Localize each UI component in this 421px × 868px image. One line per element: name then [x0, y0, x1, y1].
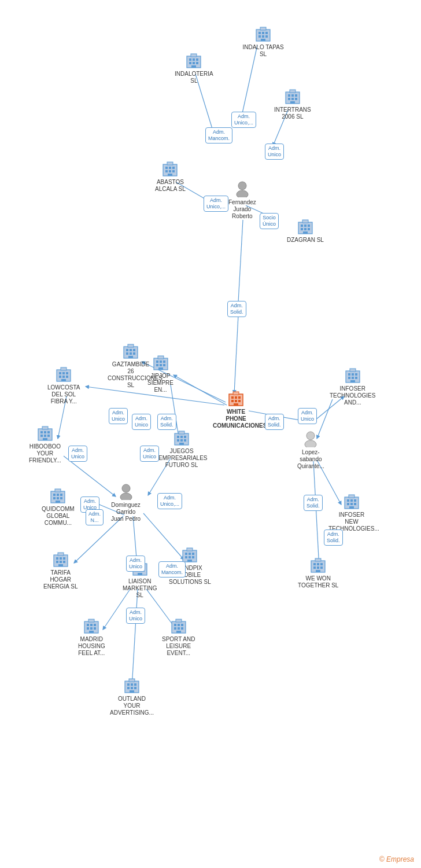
svg-rect-34: [260, 27, 266, 30]
building-icon-indaloteria: [184, 51, 203, 69]
svg-rect-69: [304, 228, 306, 230]
badge-adm-unico-12[interactable]: Adm.Unico: [126, 608, 145, 624]
svg-rect-30: [258, 35, 261, 38]
svg-rect-180: [181, 627, 183, 630]
svg-rect-129: [57, 494, 59, 496]
svg-rect-85: [133, 349, 135, 351]
svg-rect-220: [315, 558, 321, 561]
node-we-won[interactable]: WE WONTOGETHER SL: [298, 556, 338, 589]
node-fernandez[interactable]: FernandezJuradoRoberto: [228, 179, 256, 220]
badge-adm-solid-5[interactable]: Adm.Solid.: [324, 529, 343, 546]
node-infoser-tech[interactable]: INFOSERTECHNOLOGIESAND...: [330, 366, 375, 406]
svg-rect-217: [317, 567, 319, 569]
node-label-infoser-tech: INFOSERTECHNOLOGIESAND...: [330, 385, 375, 406]
badge-adm-n[interactable]: Adm.N...: [86, 509, 104, 525]
svg-rect-140: [60, 557, 62, 560]
svg-rect-134: [56, 501, 60, 503]
svg-rect-191: [129, 679, 135, 682]
badge-adm-unico-6[interactable]: Adm.Unico: [132, 414, 151, 430]
badge-adm-solid-2[interactable]: Adm.Solid.: [265, 414, 284, 430]
badge-adm-unico-4[interactable]: Adm.Unico: [298, 408, 317, 424]
svg-rect-46: [291, 94, 294, 97]
svg-rect-204: [347, 499, 349, 502]
node-infoser-new[interactable]: INFOSERNEWTECHNOLOGIES...: [328, 492, 375, 532]
svg-rect-38: [196, 58, 198, 61]
node-gaztambide[interactable]: GAZTAMBIDE26CONSTRUCCIONES SL: [108, 341, 154, 389]
node-label-lowcosta: LOWCOSTADEL SOLFIBRA Y...: [47, 384, 80, 405]
badge-adm-unico-3[interactable]: Adm.Unico,...: [204, 196, 228, 212]
node-lowcosta[interactable]: LOWCOSTADEL SOLFIBRA Y...: [47, 365, 80, 405]
badge-adm-unico-7[interactable]: Adm.Unico: [68, 446, 87, 462]
svg-rect-121: [184, 436, 186, 438]
node-label-we-won: WE WONTOGETHER SL: [298, 575, 338, 589]
node-white-phone[interactable]: WHITEPHONECOMUNICACIONES...: [213, 389, 259, 429]
node-sport-leisure[interactable]: SPORT ANDLEISUREEVENT...: [162, 616, 195, 657]
node-abastos[interactable]: ABASTOSALCALA SL: [155, 159, 186, 193]
svg-rect-161: [189, 556, 191, 558]
node-jipjop[interactable]: JIPJOPSIEMPREEN...: [147, 353, 173, 393]
node-dzagran[interactable]: DZAGRAN SL: [287, 217, 324, 244]
svg-rect-135: [55, 489, 61, 492]
svg-rect-59: [172, 170, 175, 172]
svg-rect-110: [40, 431, 43, 433]
svg-rect-168: [94, 624, 96, 626]
svg-point-137: [120, 493, 132, 500]
svg-rect-60: [168, 174, 172, 176]
svg-rect-182: [176, 619, 182, 622]
svg-rect-193: [348, 373, 350, 376]
svg-rect-175: [174, 624, 176, 626]
node-indalo[interactable]: INDALO TAPAS SL: [240, 24, 286, 58]
badge-adm-solid-4[interactable]: Adm.Solid.: [304, 495, 323, 511]
svg-rect-76: [238, 396, 241, 399]
svg-line-25: [313, 461, 319, 568]
node-madrid-housing[interactable]: MADRIDHOUSINGFEEL AT...: [78, 616, 105, 657]
badge-adm-solid-3[interactable]: Adm.Solid.: [157, 414, 176, 430]
badge-adm-unico-1[interactable]: Adm.Unico,...: [231, 112, 256, 128]
building-icon-juegos: [172, 428, 191, 447]
svg-point-136: [122, 484, 130, 492]
svg-rect-57: [165, 170, 168, 172]
svg-rect-162: [192, 556, 194, 558]
svg-rect-71: [303, 231, 308, 234]
building-icon-intertrans: [283, 87, 302, 105]
badge-adm-mancom-2[interactable]: Adm.Mancom.: [158, 561, 186, 578]
node-outland[interactable]: OUTLANDYOURADVERTISING...: [110, 676, 154, 716]
badge-adm-unico-8[interactable]: Adm.Unico: [140, 446, 159, 462]
badge-adm-unico-5[interactable]: Adm.Unico: [109, 408, 128, 424]
node-hiboobook[interactable]: HIBOOBOOYOURFRIENDLY...: [29, 424, 61, 464]
node-label-indaloteria: INDALOTERIASL: [175, 71, 213, 84]
node-label-dzagran: DZAGRAN SL: [287, 237, 324, 244]
badge-socio-unico[interactable]: SocioÚnico: [260, 213, 279, 229]
node-label-jipjop: JIPJOPSIEMPREEN...: [147, 373, 173, 393]
badge-adm-mancom-1[interactable]: Adm.Mancom.: [205, 127, 232, 144]
svg-rect-72: [302, 220, 308, 223]
svg-rect-145: [58, 564, 63, 567]
badge-adm-solid-1[interactable]: Adm.Solid.: [227, 301, 246, 317]
svg-rect-112: [47, 431, 50, 433]
badge-adm-unico-11[interactable]: Adm.Unico: [126, 556, 145, 572]
svg-rect-33: [261, 39, 265, 41]
node-intertrans[interactable]: INTERTRANS2006 SL: [274, 87, 311, 120]
svg-rect-58: [169, 170, 171, 172]
node-lopez[interactable]: Lopez-sabandoQuirante...: [297, 429, 324, 470]
badge-adm-unico-2[interactable]: Adm.Unico: [265, 144, 284, 160]
node-label-abastos: ABASTOSALCALA SL: [155, 179, 186, 193]
svg-rect-124: [184, 439, 186, 442]
node-label-fernandez: FernandezJuradoRoberto: [228, 199, 256, 220]
node-dominguez[interactable]: DominguezGarridoJuan Pedro: [111, 482, 141, 523]
node-juegos[interactable]: JUEGOSEMPRESARIALESFUTURO SL: [158, 428, 205, 469]
building-icon-quidcomm: [49, 486, 67, 505]
node-label-gaztambide: GAZTAMBIDE26CONSTRUCCIONES SL: [108, 361, 154, 389]
svg-rect-219: [316, 570, 320, 572]
svg-rect-208: [350, 503, 353, 505]
node-label-madrid-housing: MADRIDHOUSINGFEEL AT...: [78, 636, 105, 657]
node-indaloteria[interactable]: INDALOTERIASL: [175, 51, 213, 84]
node-tarifa[interactable]: TARIFAHOGARENERGIA SL: [43, 550, 77, 590]
badge-adm-unico-10[interactable]: Adm.Unico,...: [157, 493, 182, 509]
svg-rect-195: [355, 373, 357, 376]
svg-rect-54: [165, 167, 168, 169]
svg-rect-142: [56, 561, 58, 563]
svg-rect-130: [60, 494, 62, 496]
svg-rect-186: [134, 683, 136, 686]
node-quidcomm[interactable]: QUIDCOMMGLOBALCOMMU...: [42, 486, 75, 527]
